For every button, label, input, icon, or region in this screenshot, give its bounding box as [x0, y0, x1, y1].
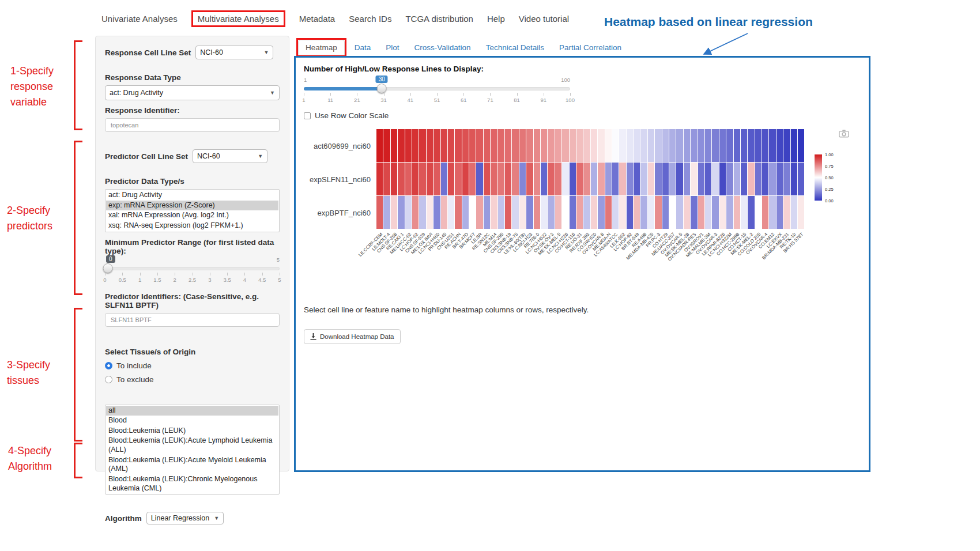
heatmap-cell[interactable] — [726, 196, 733, 229]
heatmap-cell[interactable] — [591, 163, 598, 195]
heatmap-cell[interactable] — [434, 163, 440, 195]
heatmap-cell[interactable] — [640, 129, 647, 162]
heatmap-cell[interactable] — [783, 196, 790, 229]
heatmap-cell[interactable] — [648, 196, 655, 229]
heatmap-cell[interactable] — [634, 163, 640, 195]
heatmap-cell[interactable] — [448, 163, 455, 195]
heatmap-cell[interactable] — [734, 196, 741, 229]
heatmap-cell[interactable] — [576, 196, 583, 229]
heatmap-cell[interactable] — [769, 196, 776, 229]
heatmap-cell[interactable] — [598, 129, 605, 162]
heatmap-cell[interactable] — [412, 163, 419, 195]
heatmap-cell[interactable] — [634, 196, 640, 229]
slider-handle[interactable] — [377, 84, 387, 93]
heatmap-cell[interactable] — [705, 196, 712, 229]
heatmap-cell[interactable] — [662, 129, 669, 162]
heatmap-cell[interactable] — [562, 129, 569, 162]
tab-plot[interactable]: Plot — [379, 40, 406, 55]
heatmap-cell[interactable] — [791, 163, 798, 195]
heatmap-cell[interactable] — [712, 196, 719, 229]
response-cell-line-set-select[interactable]: NCI-60 ▼ — [195, 46, 273, 59]
heatmap-cell[interactable] — [769, 129, 776, 162]
tab-cross-validation[interactable]: Cross-Validation — [408, 40, 478, 55]
heatmap-cell[interactable] — [484, 129, 491, 162]
heatmap-row-label-act609699-nci60[interactable]: act609699_nci60 — [304, 129, 376, 163]
heatmap-cell[interactable] — [505, 196, 512, 229]
heatmap-cell[interactable] — [419, 196, 426, 229]
heatmap-cell[interactable] — [684, 196, 691, 229]
predictor-cell-line-set-select[interactable]: NCI-60 ▼ — [193, 149, 267, 163]
predictor-data-type-option-act-drug-activity[interactable]: act: Drug Activity — [106, 190, 278, 201]
tissue-exclude-radio-row[interactable]: To exclude — [105, 375, 280, 384]
slider-handle[interactable] — [103, 263, 112, 273]
tab-technical-details[interactable]: Technical Details — [479, 40, 551, 55]
heatmap-cell[interactable] — [534, 163, 541, 195]
heatmap-cell[interactable] — [455, 129, 462, 162]
heatmap-cell[interactable] — [398, 163, 405, 195]
heatmap-cell[interactable] — [555, 129, 562, 162]
heatmap-cell[interactable] — [741, 163, 748, 195]
heatmap-row-label-expbptf-nci60[interactable]: expBPTF_nci60 — [304, 196, 376, 229]
nav-item-search-ids[interactable]: Search IDs — [349, 14, 391, 24]
heatmap-cell[interactable] — [405, 196, 412, 229]
heatmap-cell[interactable] — [376, 196, 383, 229]
heatmap-cell[interactable] — [726, 163, 733, 195]
heatmap-cell[interactable] — [791, 129, 798, 162]
heatmap-cell[interactable] — [383, 196, 390, 229]
heatmap-cell[interactable] — [655, 129, 662, 162]
heatmap-cell[interactable] — [583, 129, 590, 162]
heatmap-cell[interactable] — [662, 196, 669, 229]
tissue-option-blood-leukemia-leuk-chronic-myelogenous-leukemia-cml[interactable]: Blood:Leukemia (LEUK):Chronic Myelogenou… — [106, 474, 278, 493]
heatmap-cell[interactable] — [619, 196, 626, 229]
heatmap-cell[interactable] — [570, 163, 576, 195]
heatmap-cell[interactable] — [541, 129, 548, 162]
heatmap-cell[interactable] — [619, 129, 626, 162]
heatmap-cell[interactable] — [627, 196, 634, 229]
heatmap-cell[interactable] — [676, 196, 683, 229]
predictor-data-type-option-xsq-rna-seq-expression-log2-fpkm-1[interactable]: xsq: RNA-seq Expression (log2 FPKM+1.) — [106, 221, 278, 231]
heatmap-cell[interactable] — [598, 196, 605, 229]
heatmap-cell[interactable] — [419, 163, 426, 195]
heatmap-cell[interactable] — [634, 129, 640, 162]
heatmap-cell[interactable] — [655, 163, 662, 195]
heatmap-cell[interactable] — [612, 163, 619, 195]
heatmap-cell[interactable] — [719, 129, 726, 162]
heatmap-cell[interactable] — [734, 163, 741, 195]
heatmap-cell[interactable] — [719, 163, 726, 195]
heatmap-cell[interactable] — [783, 129, 790, 162]
checkbox-unchecked-icon[interactable] — [304, 112, 311, 119]
heatmap-cell[interactable] — [434, 196, 440, 229]
heatmap-cell[interactable] — [455, 196, 462, 229]
heatmap-cell[interactable] — [676, 163, 683, 195]
heatmap-cell[interactable] — [669, 163, 676, 195]
tab-partial-correlation[interactable]: Partial Correlation — [552, 40, 628, 55]
heatmap-cell[interactable] — [562, 163, 569, 195]
slider-track[interactable] — [105, 267, 280, 270]
heatmap-cell[interactable] — [777, 129, 783, 162]
heatmap-cell[interactable] — [476, 163, 483, 195]
heatmap-cell[interactable] — [619, 163, 626, 195]
heatmap-cell[interactable] — [434, 129, 440, 162]
heatmap-cell[interactable] — [576, 163, 583, 195]
heatmap-cell[interactable] — [748, 129, 755, 162]
download-heatmap-data-button[interactable]: Download Heatmap Data — [304, 329, 401, 344]
heatmap-cell[interactable] — [605, 129, 612, 162]
heatmap-cell[interactable] — [698, 129, 705, 162]
radio-checked-icon[interactable] — [105, 362, 112, 369]
heatmap-cell[interactable] — [491, 196, 497, 229]
heatmap-cell[interactable] — [648, 163, 655, 195]
heatmap-cell[interactable] — [748, 196, 755, 229]
heatmap-cell[interactable] — [583, 163, 590, 195]
heatmap-cell[interactable] — [627, 129, 634, 162]
heatmap-cell[interactable] — [469, 196, 476, 229]
heatmap-cell[interactable] — [376, 129, 383, 162]
heatmap-cell[interactable] — [391, 129, 398, 162]
heatmap-cell[interactable] — [691, 196, 698, 229]
heatmap-cell[interactable] — [541, 196, 548, 229]
heatmap-cell[interactable] — [676, 129, 683, 162]
heatmap-cell[interactable] — [534, 196, 541, 229]
heatmap-cell[interactable] — [555, 163, 562, 195]
heatmap-row-label-expslfn11-nci60[interactable]: expSLFN11_nci60 — [304, 163, 376, 196]
nav-item-metadata[interactable]: Metadata — [299, 14, 336, 24]
heatmap-cell[interactable] — [798, 129, 804, 162]
